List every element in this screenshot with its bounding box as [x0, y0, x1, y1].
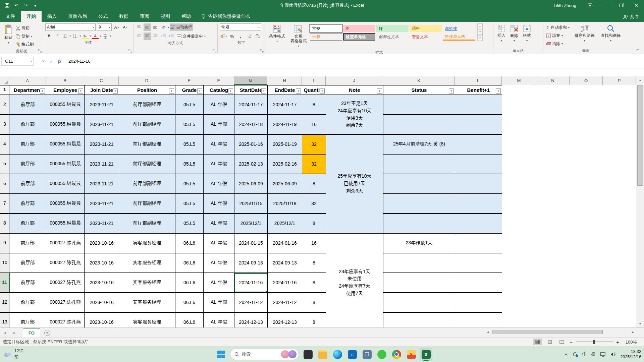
- cell-H4[interactable]: 2025-01-19: [268, 134, 302, 154]
- cell-K11[interactable]: [383, 273, 455, 293]
- cell-E13[interactable]: 06.L6: [175, 312, 204, 328]
- tab-page-layout[interactable]: 页面布局: [62, 11, 93, 22]
- zoom-in-icon[interactable]: +: [616, 339, 619, 345]
- cell-D6[interactable]: 前厅部副经理: [119, 174, 175, 194]
- cell-B10[interactable]: 000027.陈孔燕: [46, 253, 85, 273]
- cell-H5[interactable]: 2025-02-16: [268, 154, 302, 174]
- cell-D10[interactable]: 宾客服务经理: [119, 253, 175, 273]
- bold-button[interactable]: B: [45, 32, 53, 40]
- header-cell-startdate[interactable]: StartDate▾: [234, 85, 268, 95]
- cell-L8[interactable]: [455, 214, 502, 233]
- col-header-H[interactable]: H: [267, 76, 302, 85]
- cell-B4[interactable]: 000055.钟晨晨: [46, 134, 85, 154]
- filter-icon[interactable]: ▾: [296, 88, 301, 94]
- cell-L11[interactable]: [455, 273, 502, 293]
- cell-F11[interactable]: AL.年假: [204, 273, 234, 293]
- cell-K9[interactable]: 23年作废1天: [383, 233, 455, 253]
- cell-F9[interactable]: AL.年假: [204, 233, 234, 253]
- cell-E3[interactable]: 05.L5: [175, 115, 204, 134]
- start-button[interactable]: [215, 348, 227, 361]
- cell-C9[interactable]: 2023-10-16: [85, 233, 119, 253]
- cell-I12[interactable]: 8: [302, 293, 326, 312]
- header-cell-quantity[interactable]: Quantity▾: [302, 85, 326, 95]
- restore-button[interactable]: [613, 0, 629, 11]
- clear-button[interactable]: 清除 ▾: [545, 40, 571, 48]
- col-header-L[interactable]: L: [455, 76, 502, 85]
- cell-style-good[interactable]: 好: [376, 25, 409, 32]
- cell-H6[interactable]: 2025-06-09: [268, 174, 302, 194]
- conditional-formatting-button[interactable]: ≠ 条件格式 ▾: [267, 23, 287, 45]
- cell-I2[interactable]: 8: [302, 95, 326, 115]
- cell-F13[interactable]: AL.年假: [204, 312, 234, 328]
- cell-L4[interactable]: [455, 134, 502, 154]
- cell-F12[interactable]: AL.年假: [204, 293, 234, 312]
- cell-H11[interactable]: 2024-11-16: [268, 273, 302, 293]
- cell-K7[interactable]: [383, 194, 455, 214]
- excel-app-icon[interactable]: X: [420, 348, 432, 361]
- cell-D2[interactable]: 前厅部副经理: [119, 95, 175, 115]
- wechat-app-icon[interactable]: [375, 348, 388, 361]
- cell-E6[interactable]: 05.L5: [175, 174, 204, 194]
- share-button[interactable]: 共享: [623, 14, 639, 20]
- header-cell-benefit-1[interactable]: Benefit+1▾: [455, 85, 502, 95]
- tab-review[interactable]: 审阅: [134, 11, 155, 22]
- cell-F3[interactable]: AL.年假: [204, 115, 234, 134]
- cell-I4[interactable]: 32: [302, 134, 326, 154]
- cell-E4[interactable]: 05.L5: [175, 134, 204, 154]
- percent-style-icon[interactable]: %: [228, 33, 236, 40]
- cell-B3[interactable]: 000055.钟晨晨: [46, 115, 85, 134]
- cell-D7[interactable]: 前厅部副经理: [119, 194, 175, 214]
- cell-K4[interactable]: 25年4月前清理7天-黄 (8): [383, 134, 455, 154]
- align-middle-icon[interactable]: [144, 23, 151, 31]
- edge-app-icon[interactable]: [331, 348, 344, 361]
- decrease-decimal-icon[interactable]: .00→.0: [254, 33, 261, 40]
- cell-L3[interactable]: [455, 115, 502, 134]
- tell-me-box[interactable]: 告诉我你想要做什么: [197, 13, 255, 22]
- cell-E5[interactable]: 05.L5: [175, 154, 204, 174]
- font-name-combo[interactable]: Arial ▾: [45, 23, 96, 31]
- cell-L13[interactable]: [455, 312, 502, 328]
- cell-A7[interactable]: 前厅部: [9, 194, 46, 214]
- cell-A3[interactable]: 前厅部: [9, 115, 46, 134]
- scroll-right-icon[interactable]: ►: [630, 330, 636, 334]
- underline-button[interactable]: U: [61, 32, 69, 40]
- col-header-E[interactable]: E: [175, 76, 203, 85]
- volume-icon[interactable]: [610, 352, 616, 357]
- name-box[interactable]: G11 ▾: [1, 57, 34, 66]
- col-header-F[interactable]: F: [203, 76, 234, 85]
- gallery-expand-icon[interactable]: ▼: [477, 35, 483, 41]
- cell-I8[interactable]: 8: [302, 214, 326, 233]
- header-cell-join-date[interactable]: Join Date▾: [85, 85, 119, 95]
- borders-dropdown[interactable]: ▾: [79, 35, 81, 38]
- cell-L6[interactable]: [455, 174, 502, 194]
- col-header-B[interactable]: B: [46, 76, 84, 85]
- cell-style-hyperlink[interactable]: 超链接: [443, 25, 475, 32]
- formula-bar-splitter[interactable]: ⁞: [36, 59, 37, 63]
- row-header-10[interactable]: 10: [0, 253, 9, 273]
- cell-H12[interactable]: 2024-11-12: [268, 293, 302, 312]
- filter-icon[interactable]: ▾: [320, 88, 325, 94]
- finance-app-icon[interactable]: ¥: [405, 348, 418, 361]
- cell-I3[interactable]: 16: [302, 115, 326, 134]
- cell-F6[interactable]: AL.年假: [204, 174, 234, 194]
- cell-C10[interactable]: 2023-10-16: [85, 253, 119, 273]
- cell-F10[interactable]: AL.年假: [204, 253, 234, 273]
- search-highlight-icon-1[interactable]: [281, 350, 289, 358]
- page-layout-view-icon[interactable]: [545, 339, 554, 345]
- cell-H3[interactable]: 2024-11-19: [268, 115, 302, 134]
- cell-L2[interactable]: [455, 95, 502, 115]
- cell-A6[interactable]: 前厅部: [9, 174, 46, 194]
- tab-data[interactable]: 数据: [113, 11, 134, 22]
- minimize-button[interactable]: ─: [598, 0, 613, 11]
- sync-icon[interactable]: [572, 352, 578, 357]
- delete-cells-button[interactable]: 删除 ▾: [508, 23, 520, 44]
- collapse-ribbon-icon[interactable]: [634, 47, 641, 53]
- row-header-9[interactable]: 9: [0, 233, 9, 253]
- header-cell-enddate[interactable]: EndDate▾: [268, 85, 302, 95]
- cell-G8[interactable]: 2025/12/1: [234, 214, 268, 233]
- cell-style-neutral[interactable]: 适中: [410, 25, 442, 32]
- fill-color-dropdown[interactable]: ▾: [90, 35, 91, 38]
- row-header-5[interactable]: 5: [0, 154, 9, 174]
- cell-F4[interactable]: AL.年假: [204, 134, 234, 154]
- cell-C8[interactable]: 2023-11-21: [85, 214, 119, 233]
